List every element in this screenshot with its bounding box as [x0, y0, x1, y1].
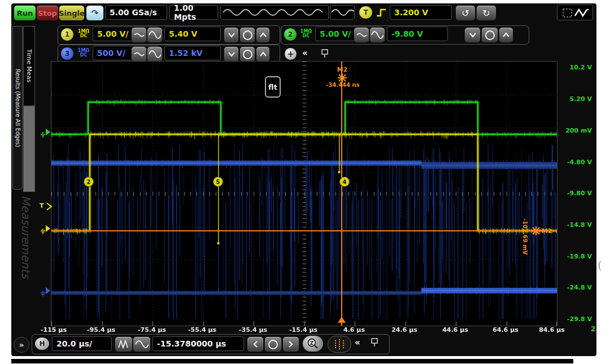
channel2-ground-marker[interactable]	[41, 128, 51, 138]
channel1-offset-down-button[interactable]	[224, 27, 239, 43]
trigger-level-marker[interactable]	[45, 202, 53, 211]
channel2-offset-down-button[interactable]	[464, 27, 481, 43]
measurements-watermark: Measurements	[19, 195, 33, 325]
channel2-coupling[interactable]: 1MΩ DC	[298, 29, 314, 38]
double-chevron-left-icon: «	[355, 337, 360, 348]
vaxis-label: -14.8 V	[561, 221, 592, 229]
channel3-offset-down-button[interactable]	[224, 46, 239, 62]
channel1-scale-small-button[interactable]	[131, 27, 147, 43]
channel1-offset-up-button[interactable]	[256, 27, 270, 43]
tab-vertical-meas[interactable]	[23, 106, 35, 192]
acquisition-preview[interactable]	[220, 5, 329, 20]
small-wave-icon	[356, 31, 367, 39]
channel1-coupling[interactable]: 1MΩ DC	[76, 29, 91, 38]
taxis-label: -15.4 µs	[278, 326, 329, 334]
vaxis-label: 10.2 V	[561, 64, 592, 71]
channel3-badge[interactable]: 3	[61, 47, 73, 60]
vaxis-label: 5.20 V	[561, 95, 592, 103]
scope-display-area[interactable]: M2 -34.444 ns M2 -102.69 mV flt 2 5 4	[51, 61, 557, 326]
run-button[interactable]: Run	[14, 5, 36, 21]
redo-button[interactable]: ↻	[476, 5, 496, 21]
pin-bottom-bar-button[interactable]	[369, 337, 380, 350]
waveform-preview-icon-small	[330, 6, 354, 19]
single-button[interactable]: Single	[59, 5, 85, 21]
marker-m2-time-value: -34.444 ns	[321, 82, 364, 88]
horizontal-badge[interactable]: H	[35, 337, 49, 350]
undo-button[interactable]: ↺	[455, 5, 476, 21]
pin-icon	[320, 48, 330, 59]
timebase-scale-display[interactable]: 20.0 µs/	[52, 336, 112, 351]
large-wave-icon	[149, 30, 161, 40]
channel1-scale-large-button[interactable]	[147, 27, 163, 43]
marker-m2-hline[interactable]	[51, 230, 557, 231]
position-right-button[interactable]	[282, 336, 299, 352]
results-panel-tab[interactable]: Results (Measure All Edges)	[12, 26, 23, 190]
channel2-badge[interactable]: 2	[284, 28, 297, 41]
taxis-label: -55.4 µs	[177, 326, 228, 334]
channel2-scale-large-button[interactable]	[369, 27, 385, 43]
taxis-label: 4.6 µs	[329, 326, 380, 334]
channel1-badge[interactable]: 1	[61, 28, 73, 41]
channel3-ground-marker[interactable]	[41, 286, 51, 296]
collapse-bottom-bar-button[interactable]: «	[355, 337, 360, 348]
channel1-ground-marker[interactable]	[41, 224, 51, 234]
vaxis-label: -9.80 V	[561, 190, 592, 197]
taxis-label: -75.4 µs	[127, 326, 177, 334]
channel3-scale-small-button[interactable]	[131, 46, 147, 62]
axis-channel-indicator: 2	[591, 325, 595, 333]
channel2-offset-display[interactable]: -9.80 V	[387, 27, 448, 41]
channel3-offset-display[interactable]: 1.52 kV	[164, 46, 221, 60]
chevron-up-icon	[259, 51, 267, 57]
trigger-edge-icon[interactable]	[375, 6, 388, 21]
flt-badge[interactable]: flt	[265, 76, 281, 98]
vaxis-label: -29.8 V	[561, 315, 592, 323]
acquisition-preview-right[interactable]	[330, 5, 355, 20]
channel2-scale-small-button[interactable]	[354, 27, 369, 43]
position-left-button[interactable]	[247, 336, 264, 352]
zoom-magnifier-icon: Z	[307, 337, 319, 350]
waveform-display[interactable]	[51, 62, 557, 326]
small-wave-icon	[133, 50, 145, 58]
zone-touch-trigger-button[interactable]	[557, 5, 593, 20]
navigate-button[interactable]	[328, 336, 351, 353]
channel1-offset-display[interactable]: 5.40 V	[164, 27, 221, 41]
memory-depth-display: 1.00 Mpts	[169, 5, 218, 20]
channel2-offset-zero-button[interactable]	[481, 27, 498, 43]
large-wave-icon	[371, 30, 384, 40]
marker-m2-right-label: M2	[542, 227, 552, 235]
zoom-mode-button[interactable]: Z	[303, 336, 323, 352]
channel3-scale-large-button[interactable]	[147, 46, 163, 62]
position-zero-button[interactable]	[264, 336, 282, 352]
add-channel-button[interactable]: +	[285, 48, 297, 60]
marker-m2-right-star-icon[interactable]	[530, 226, 542, 236]
channel2-offset-up-button[interactable]	[499, 27, 513, 43]
circle-icon	[268, 340, 278, 349]
channel3-offset-up-button[interactable]	[256, 46, 270, 62]
chevron-down-icon	[469, 32, 477, 38]
circle-icon	[485, 30, 495, 40]
double-chevron-left-icon: «	[302, 48, 308, 58]
timebase-zoom-in-button[interactable]	[133, 336, 151, 352]
vaxis-label: 200 mV	[561, 127, 592, 134]
collapse-channel-bar-button[interactable]: «	[302, 48, 308, 58]
channel3-coupling[interactable]: 1MΩ DC	[76, 49, 91, 58]
timebase-position-display[interactable]: -15.3780000 µs	[152, 336, 244, 351]
trigger-source-badge[interactable]: T	[359, 6, 372, 19]
vaxis-label: -19.8 V	[561, 253, 592, 260]
side-panel-handle[interactable]: (	[598, 258, 602, 272]
stop-button[interactable]: Stop	[36, 5, 59, 21]
edge-marker-4: 4	[339, 177, 350, 187]
timebase-zoom-out-button[interactable]	[115, 336, 133, 352]
taxis-label: -115 µs	[28, 326, 79, 334]
trigger-level-display[interactable]: 3.200 V	[390, 5, 452, 20]
narrow-wave-icon	[117, 340, 130, 349]
pin-channel-bar-button[interactable]	[320, 48, 330, 62]
channel1-offset-zero-button[interactable]	[239, 27, 255, 43]
touch-gesture-button[interactable]: ↷	[86, 5, 104, 21]
expand-bottom-panel-button[interactable]: »	[14, 337, 29, 353]
taxis-label: -35.4 µs	[228, 326, 278, 334]
tab-time-meas[interactable]: Time Meas	[23, 26, 35, 106]
marker-m2-bottom-triangle[interactable]	[338, 317, 346, 323]
marker-m2-vline[interactable]	[341, 62, 342, 326]
channel3-offset-zero-button[interactable]	[239, 46, 255, 62]
